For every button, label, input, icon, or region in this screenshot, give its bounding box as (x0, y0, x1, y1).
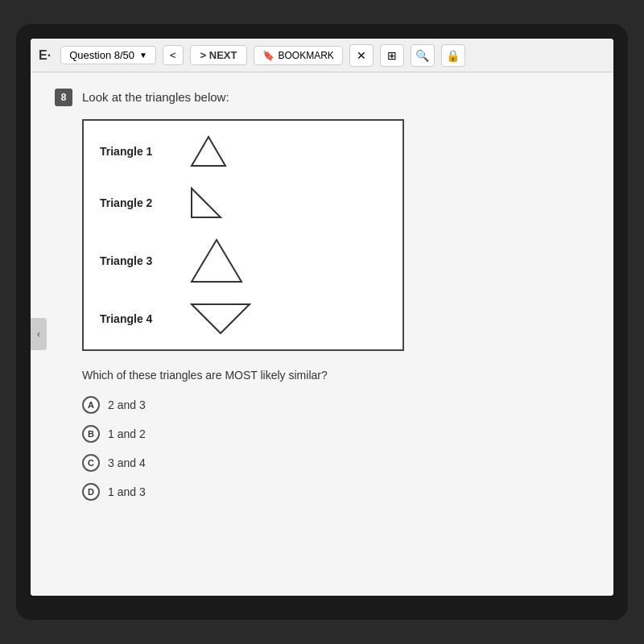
question-indicator-text: Question 8/50 (69, 49, 134, 61)
answer-options: A 2 and 3 B 1 and 2 C 3 and 4 D 1 and 3 (82, 396, 589, 501)
lock-icon: 🔒 (446, 49, 460, 62)
svg-marker-2 (192, 240, 242, 282)
option-d[interactable]: D 1 and 3 (82, 483, 589, 501)
option-a-text: 2 and 3 (108, 398, 146, 411)
which-question-text: Which of these triangles are MOST likely… (82, 369, 589, 382)
svg-marker-1 (192, 188, 221, 217)
triangle-3-shape (188, 237, 245, 285)
question-text: Look at the triangles below: (82, 90, 229, 104)
bookmark-icon: 🔖 (262, 50, 275, 61)
grid-button[interactable]: ⊞ (380, 44, 404, 67)
option-b-text: 1 and 2 (108, 427, 146, 440)
next-button[interactable]: > NEXT (190, 45, 248, 65)
prev-label: < (170, 49, 176, 61)
option-a-circle: A (82, 396, 100, 414)
option-d-circle: D (82, 483, 100, 501)
option-c-circle: C (82, 454, 100, 472)
triangle-1-label: Triangle 1 (100, 145, 188, 158)
option-c-text: 3 and 4 (108, 456, 146, 469)
bookmark-button[interactable]: 🔖 BOOKMARK (254, 46, 342, 65)
triangle-3-label: Triangle 3 (100, 254, 188, 267)
triangle-2-row: Triangle 2 (100, 185, 386, 221)
top-bar: E· Question 8/50 ▼ < > NEXT 🔖 BOOKMARK ✕… (31, 39, 613, 72)
option-a[interactable]: A 2 and 3 (82, 396, 589, 414)
app-logo: E· (39, 48, 51, 63)
option-c[interactable]: C 3 and 4 (82, 454, 589, 472)
triangle-4-shape (188, 301, 253, 336)
next-label: > NEXT (200, 49, 237, 61)
triangle-1-row: Triangle 1 (100, 134, 386, 169)
option-b[interactable]: B 1 and 2 (82, 425, 589, 443)
prev-button[interactable]: < (163, 45, 184, 65)
triangle-2-label: Triangle 2 (100, 196, 188, 209)
triangle-4-row: Triangle 4 (100, 301, 386, 336)
triangle-2-shape (188, 185, 224, 221)
question-header: 8 Look at the triangles below: (55, 89, 589, 106)
grid-icon: ⊞ (387, 49, 397, 62)
dropdown-icon[interactable]: ▼ (139, 51, 147, 60)
bookmark-label: BOOKMARK (278, 50, 333, 61)
option-d-text: 1 and 3 (108, 485, 146, 498)
content-area: ‹ 8 Look at the triangles below: Triangl… (31, 72, 613, 596)
lock-button[interactable]: 🔒 (441, 44, 465, 67)
question-number-badge: 8 (55, 89, 72, 106)
laptop-frame: E· Question 8/50 ▼ < > NEXT 🔖 BOOKMARK ✕… (16, 24, 628, 620)
close-icon: ✕ (357, 49, 366, 62)
triangle-4-label: Triangle 4 (100, 312, 188, 325)
search-button[interactable]: 🔍 (411, 44, 435, 67)
screen: E· Question 8/50 ▼ < > NEXT 🔖 BOOKMARK ✕… (31, 39, 613, 596)
svg-marker-0 (192, 137, 225, 166)
search-icon: 🔍 (415, 49, 429, 62)
triangles-box: Triangle 1 Triangle 2 (82, 119, 404, 351)
chevron-left-icon: ‹ (37, 328, 40, 340)
sidebar-toggle[interactable]: ‹ (31, 318, 47, 350)
question-indicator: Question 8/50 ▼ (60, 46, 156, 64)
triangle-3-row: Triangle 3 (100, 237, 386, 285)
close-button[interactable]: ✕ (349, 44, 374, 67)
option-b-circle: B (82, 425, 100, 443)
triangle-1-shape (188, 134, 229, 169)
svg-marker-3 (192, 304, 250, 333)
